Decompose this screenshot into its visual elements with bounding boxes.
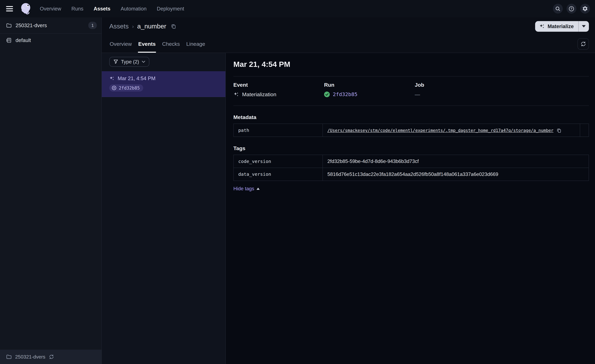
type-filter-button[interactable]: Type (2) [109, 57, 149, 67]
folder-icon [6, 23, 12, 28]
run-id-pill[interactable]: 2fd32b85 [109, 84, 143, 91]
reload-workspace-button[interactable] [49, 354, 54, 359]
nav-deployment[interactable]: Deployment [157, 6, 184, 12]
copy-icon [557, 128, 561, 133]
run-status-icon [112, 85, 117, 91]
breadcrumb: Assets › a_number [109, 23, 176, 30]
chevron-down-icon [142, 61, 145, 63]
event-item-title: Mar 21, 4:54 PM [109, 76, 218, 81]
dagster-app: Overview Runs Assets Automation Deployme… [0, 0, 595, 364]
search-button[interactable] [553, 4, 563, 14]
sidebar-item-group-default[interactable]: default [0, 34, 101, 47]
settings-button[interactable] [580, 4, 590, 14]
sidebar-item-workspace[interactable]: 250321-dvers 1 [0, 17, 101, 34]
tags-table: code_version 2fd32b85-59be-4d7d-8d6e-943… [234, 155, 589, 181]
workspace-count-badge: 1 [88, 22, 97, 29]
materialize-split-button: Materialize [535, 21, 589, 32]
tab-lineage[interactable]: Lineage [186, 35, 205, 53]
footer-workspace-name: 250321-dvers [15, 354, 45, 360]
tag-value: 5816d76e51c13dac22e3fa182a654aa2d526fb50… [323, 168, 589, 181]
main-content: Assets › a_number [102, 17, 595, 364]
sync-icon [49, 354, 54, 359]
run-column-label: Run [324, 82, 415, 88]
top-nav-bar: Overview Runs Assets Automation Deployme… [0, 0, 595, 17]
folder-icon [6, 354, 12, 360]
copy-asset-name-button[interactable] [171, 24, 176, 29]
dagster-logo-icon[interactable] [20, 2, 33, 15]
table-row: data_version 5816d76e51c13dac22e3fa182a6… [234, 168, 589, 181]
metadata-key: path [234, 124, 323, 137]
tag-key: data_version [234, 168, 323, 181]
topbar-actions: ? [553, 4, 590, 14]
gear-icon [582, 6, 588, 12]
help-icon: ? [569, 6, 574, 12]
nav-automation[interactable]: Automation [121, 6, 147, 12]
materialize-label: Materialize [548, 23, 574, 29]
sidebar-footer: 250321-dvers [0, 350, 101, 364]
hide-tags-button[interactable]: Hide tags [234, 186, 260, 191]
breadcrumb-separator: › [132, 23, 134, 29]
asset-tabs: Overview Events Checks Lineage [109, 35, 205, 53]
table-row: path /Users/smackesey/stm/code/elementl/… [234, 124, 589, 137]
copy-path-button[interactable] [557, 128, 561, 133]
tags-heading: Tags [234, 145, 589, 151]
asset-group-icon [6, 37, 12, 43]
tab-checks[interactable]: Checks [162, 35, 180, 53]
page-title: a_number [137, 23, 166, 30]
job-column: Job — [415, 82, 589, 98]
tab-overview[interactable]: Overview [109, 35, 132, 53]
run-id-text: 2fd32b85 [119, 85, 140, 91]
materialize-button[interactable]: Materialize [535, 21, 578, 32]
run-id-link[interactable]: 2fd32b85 [333, 91, 358, 97]
search-icon [555, 6, 561, 12]
event-list-item[interactable]: Mar 21, 4:54 PM 2fd32b85 [102, 71, 226, 97]
hide-tags-label: Hide tags [234, 186, 254, 191]
materialization-icon [109, 76, 115, 81]
event-column: Event Materialization [234, 82, 324, 98]
refresh-button[interactable] [577, 38, 589, 50]
filter-icon [113, 59, 118, 64]
copy-icon [171, 24, 176, 29]
page-header: Assets › a_number [102, 17, 595, 35]
breadcrumb-assets-link[interactable]: Assets [109, 23, 129, 30]
group-name: default [16, 37, 31, 43]
help-button[interactable]: ? [567, 4, 576, 14]
run-column: Run 2fd32b85 [324, 82, 415, 98]
event-detail-pane: Mar 21, 4:54 PM Event [226, 53, 595, 364]
job-column-label: Job [415, 82, 589, 88]
type-filter-label: Type (2) [121, 59, 139, 65]
nav-overview[interactable]: Overview [40, 6, 61, 12]
nav-runs[interactable]: Runs [71, 6, 83, 12]
events-filter-bar: Type (2) [102, 53, 226, 71]
tab-events[interactable]: Events [138, 35, 156, 53]
sparkle-icon [539, 23, 545, 29]
job-value: — [415, 91, 420, 98]
event-column-label: Event [234, 82, 324, 88]
metadata-heading: Metadata [234, 114, 589, 120]
tag-key: code_version [234, 155, 323, 168]
event-timestamp: Mar 21, 4:54 PM [118, 76, 156, 81]
materialization-icon [234, 91, 239, 97]
event-type-value: Materialization [242, 91, 276, 98]
events-list-pane: Type (2) [102, 53, 226, 364]
table-row: code_version 2fd32b85-59be-4d7d-8d6e-943… [234, 155, 589, 168]
check-circle-icon [324, 91, 330, 97]
asset-tabs-row: Overview Events Checks Lineage [102, 35, 595, 53]
caret-down-icon [582, 25, 586, 28]
workspace-name: 250321-dvers [16, 22, 47, 28]
metadata-table: path /Users/smackesey/stm/code/elementl/… [234, 124, 589, 137]
event-detail-title: Mar 21, 4:54 PM [234, 53, 589, 76]
tag-value: 2fd32b85-59be-4d7d-8d6e-943b6b3d73cf [323, 155, 589, 168]
menu-icon[interactable] [6, 4, 15, 13]
primary-nav: Overview Runs Assets Automation Deployme… [40, 6, 184, 12]
triangle-up-icon [256, 188, 260, 190]
svg-text:?: ? [571, 7, 573, 10]
asset-catalog-sidebar: 250321-dvers 1 default [0, 17, 102, 364]
metadata-path-link[interactable]: /Users/smackesey/stm/code/elementl/exper… [327, 128, 553, 133]
nav-assets[interactable]: Assets [94, 6, 110, 12]
materialize-dropdown-toggle[interactable] [579, 21, 589, 32]
sync-icon [581, 41, 586, 47]
event-summary-columns: Event Materialization [234, 77, 589, 105]
